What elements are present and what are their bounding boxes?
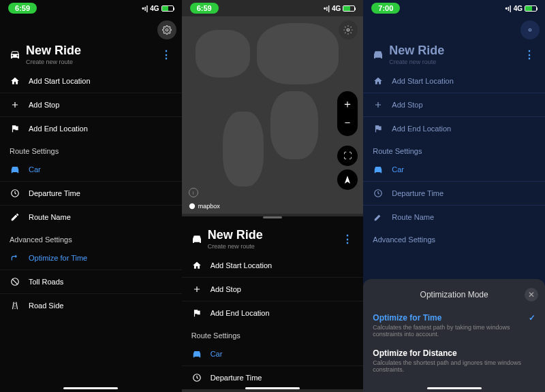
option-title: Optimize for Time bbox=[373, 313, 441, 323]
header: New Ride Create new route ⋮ bbox=[0, 37, 182, 69]
option-desc: Calculates the fastest path by taking ti… bbox=[373, 324, 523, 338]
item-label: Departure Time bbox=[211, 374, 262, 382]
item-label: Departure Time bbox=[29, 189, 80, 197]
home-icon bbox=[10, 76, 20, 86]
page-title: New Ride bbox=[389, 44, 518, 58]
status-indicators: •ı|4G bbox=[324, 5, 355, 12]
item-label: Optimize for Time bbox=[29, 254, 87, 262]
home-indicator[interactable] bbox=[427, 387, 482, 389]
item-label: Car bbox=[392, 165, 404, 174]
route-icon bbox=[10, 253, 20, 263]
header: New Ride Create new route ⋮ bbox=[182, 221, 364, 254]
svg-point-3 bbox=[347, 29, 350, 31]
more-button[interactable]: ⋮ bbox=[161, 48, 172, 61]
optimization-modal: Optimization Mode ✕ Optimize for Time ✓ … bbox=[363, 279, 545, 392]
vehicle-car[interactable]: Car bbox=[0, 158, 182, 181]
option-desc: Calculates the shortest path and ignores… bbox=[373, 359, 523, 373]
pencil-icon bbox=[10, 212, 20, 222]
vehicle-car[interactable]: Car bbox=[182, 342, 364, 365]
status-time: 6:59 bbox=[8, 3, 37, 14]
info-icon[interactable]: i bbox=[189, 188, 198, 197]
road-side[interactable]: Road Side bbox=[0, 294, 182, 317]
departure-time[interactable]: Departure Time bbox=[0, 182, 182, 205]
page-subtitle: Create new route bbox=[26, 59, 155, 65]
item-label: Add Stop bbox=[392, 101, 422, 109]
page-title: New Ride bbox=[208, 228, 337, 242]
plus-icon bbox=[373, 100, 384, 110]
clock-icon bbox=[10, 189, 20, 198]
zoom-in-button[interactable]: ＋ bbox=[337, 95, 358, 114]
section-route-settings: Route Settings bbox=[0, 140, 182, 158]
add-stop[interactable]: Add Stop bbox=[363, 93, 545, 116]
departure-time[interactable]: Departure Time bbox=[182, 366, 364, 389]
add-stop[interactable]: Add Stop bbox=[0, 93, 182, 116]
section-route-settings: Route Settings bbox=[363, 140, 545, 158]
home-indicator[interactable] bbox=[63, 387, 118, 389]
svg-point-4 bbox=[189, 203, 194, 209]
item-label: Road Side bbox=[29, 301, 63, 310]
status-bar: 7:00 •ı|4G bbox=[363, 0, 545, 16]
checkmark-icon: ✓ bbox=[529, 313, 535, 323]
more-button[interactable]: ⋮ bbox=[342, 233, 354, 246]
car-icon bbox=[373, 48, 384, 61]
vehicle-car[interactable]: Car bbox=[363, 158, 545, 181]
status-time: 6:59 bbox=[190, 3, 219, 14]
add-end-location[interactable]: Add End Location bbox=[363, 117, 545, 140]
item-label: Add Start Location bbox=[211, 261, 272, 270]
status-bar: 6:59 •ı|4G bbox=[0, 0, 182, 16]
settings-button[interactable] bbox=[339, 20, 358, 39]
add-start-location[interactable]: Add Start Location bbox=[0, 69, 182, 93]
page-title: New Ride bbox=[26, 44, 155, 58]
add-end-location[interactable]: Add End Location bbox=[182, 301, 364, 325]
page-subtitle: Create new route bbox=[389, 59, 518, 65]
item-label: Departure Time bbox=[392, 189, 443, 197]
recenter-button[interactable] bbox=[337, 169, 358, 190]
add-start-location[interactable]: Add Start Location bbox=[363, 69, 545, 93]
item-label: Add Start Location bbox=[29, 77, 91, 85]
option-title: Optimize for Distance bbox=[373, 348, 456, 358]
route-name[interactable]: Route Name bbox=[363, 206, 545, 229]
settings-button[interactable] bbox=[520, 20, 540, 39]
fullscreen-button[interactable]: ⛶ bbox=[337, 146, 358, 166]
status-bar: 6:59 •ı|4G bbox=[182, 0, 364, 16]
status-indicators: •ı|4G bbox=[142, 5, 173, 12]
bottom-sheet: New Ride Create new route ⋮ Add Start Lo… bbox=[182, 216, 364, 389]
screen-optimization-modal: 7:00 •ı|4G New Ride Create new route ⋮ A… bbox=[363, 0, 545, 392]
add-end-location[interactable]: Add End Location bbox=[0, 117, 182, 140]
zoom-out-button[interactable]: － bbox=[337, 114, 358, 132]
item-label: Add Stop bbox=[29, 101, 59, 109]
section-route-settings: Route Settings bbox=[182, 325, 364, 342]
toll-roads[interactable]: Toll Roads bbox=[0, 270, 182, 293]
drag-handle[interactable] bbox=[263, 216, 282, 218]
more-button[interactable]: ⋮ bbox=[524, 48, 535, 61]
car-icon bbox=[191, 349, 202, 359]
home-icon bbox=[191, 261, 202, 270]
status-time: 7:00 bbox=[371, 3, 400, 14]
add-start-location[interactable]: Add Start Location bbox=[182, 254, 364, 277]
home-icon bbox=[373, 76, 384, 86]
modal-title: Optimization Mode bbox=[420, 290, 488, 299]
departure-time[interactable]: Departure Time bbox=[363, 182, 545, 205]
svg-point-0 bbox=[166, 29, 168, 31]
add-stop[interactable]: Add Stop bbox=[182, 278, 364, 301]
optimize-for-time[interactable]: Optimize for Time bbox=[0, 246, 182, 270]
route-name[interactable]: Route Name bbox=[0, 206, 182, 229]
header: New Ride Create new route ⋮ bbox=[363, 37, 545, 69]
option-optimize-distance[interactable]: Optimize for Distance Calculates the sho… bbox=[363, 343, 545, 378]
home-indicator[interactable] bbox=[245, 387, 300, 389]
close-button[interactable]: ✕ bbox=[525, 288, 538, 301]
item-label: Add End Location bbox=[392, 125, 451, 133]
option-optimize-time[interactable]: Optimize for Time ✓ Calculates the faste… bbox=[363, 308, 545, 343]
item-label: Car bbox=[29, 165, 41, 174]
settings-button[interactable] bbox=[157, 20, 176, 39]
flag-icon bbox=[191, 308, 202, 318]
map-attribution: mapbox bbox=[189, 203, 220, 210]
map[interactable]: ＋ － ⛶ i mapbox bbox=[182, 16, 364, 214]
ban-icon bbox=[10, 277, 20, 287]
item-label: Car bbox=[211, 350, 223, 358]
car-icon bbox=[10, 48, 20, 61]
screen-ride-settings: 6:59 •ı|4G New Ride Create new route ⋮ A… bbox=[0, 0, 182, 392]
flag-icon bbox=[10, 124, 20, 133]
item-label: Add Start Location bbox=[392, 77, 454, 85]
road-icon bbox=[10, 301, 20, 310]
